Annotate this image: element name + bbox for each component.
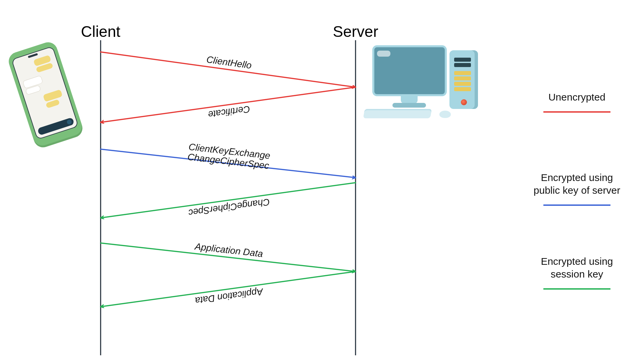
legend-text: Unencrypted — [548, 92, 605, 103]
message-m3: ClientKeyExchangeChangeCipherSpec — [101, 141, 356, 178]
legend-text: public key of server — [534, 185, 620, 196]
message-m6: Application Data — [101, 272, 356, 307]
client-title: Client — [81, 23, 120, 40]
legend-text: session key — [551, 268, 603, 280]
legend-pubkey: Encrypted usingpublic key of server — [534, 172, 620, 205]
message-m2: Certificate — [101, 87, 356, 122]
legend-text: Encrypted using — [541, 256, 613, 267]
legend-text: Encrypted using — [541, 172, 613, 183]
server-title: Server — [333, 23, 378, 40]
message-label: Application Data — [194, 241, 263, 259]
legend-unencrypted: Unencrypted — [543, 92, 610, 112]
message-label: ClientHello — [206, 54, 252, 71]
message-m5: Application Data — [101, 241, 356, 272]
legend-session: Encrypted usingsession key — [541, 256, 613, 289]
message-m1: ClientHello — [101, 52, 356, 87]
sequence-svg: ClientServer ClientHelloCertificateClien… — [0, 0, 644, 362]
message-m4: ChangeCipherSpec — [101, 183, 356, 218]
tls-sequence-diagram: ClientServer ClientHelloCertificateClien… — [0, 0, 644, 362]
